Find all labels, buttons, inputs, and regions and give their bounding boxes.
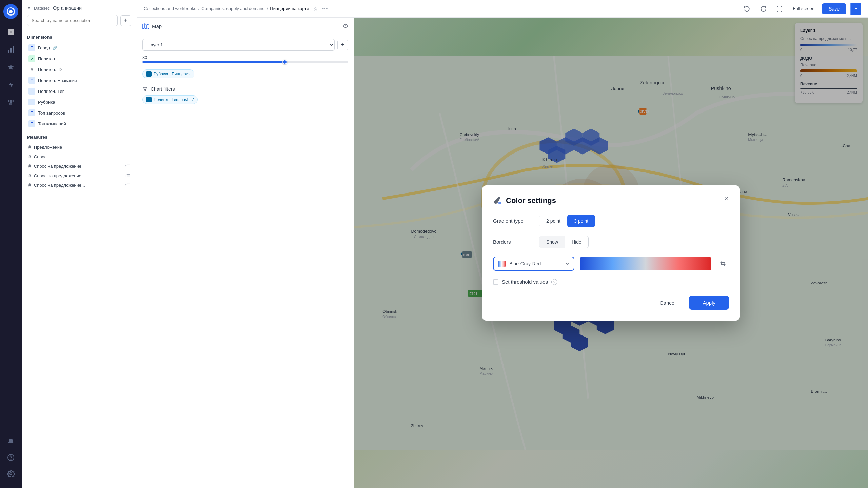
slider-thumb[interactable] bbox=[282, 60, 287, 64]
nav-icon-help[interactable] bbox=[3, 450, 18, 465]
measure-spros-na-predlozhenie-3[interactable]: # Спрос на предложение... f☰ bbox=[27, 180, 131, 190]
layer-select[interactable]: Layer 1 bbox=[142, 39, 335, 51]
threshold-checkbox[interactable] bbox=[493, 279, 498, 285]
measure-spros-na-predlozhenie-2[interactable]: # Спрос на предложение... f☰ bbox=[27, 171, 131, 180]
main-area: Collections and workbooks / Companies: s… bbox=[137, 0, 868, 488]
add-layer-button[interactable]: + bbox=[337, 40, 348, 50]
breadcrumb-current: Пиццерии на карте bbox=[270, 6, 309, 11]
undo-button[interactable] bbox=[741, 3, 753, 15]
threshold-help-icon[interactable]: ? bbox=[551, 279, 557, 285]
star-icon[interactable]: ☆ bbox=[313, 5, 318, 12]
nav-icon-lightning[interactable] bbox=[3, 77, 18, 92]
svg-rect-2 bbox=[8, 29, 11, 32]
search-input[interactable] bbox=[27, 15, 118, 26]
dim-icon-text: T bbox=[28, 120, 35, 127]
app-logo[interactable] bbox=[3, 4, 18, 19]
top-bar: Collections and workbooks / Companies: s… bbox=[137, 0, 868, 18]
measure-label: Спрос на предложение bbox=[34, 164, 81, 169]
chart-panel-header: Map ⚙ bbox=[137, 18, 354, 35]
slider-track[interactable] bbox=[142, 61, 348, 63]
breadcrumb-sep2: / bbox=[267, 6, 268, 11]
breadcrumb-part2[interactable]: Companies: supply and demand bbox=[201, 6, 264, 11]
chip-icon: T bbox=[146, 97, 152, 102]
sidebar-header: ▼ Dataset: Организации + bbox=[22, 0, 137, 29]
nav-icon-chart[interactable] bbox=[3, 42, 18, 57]
add-field-button[interactable]: + bbox=[120, 15, 131, 26]
svg-point-9 bbox=[8, 100, 11, 102]
btn-2point[interactable]: 2 point bbox=[539, 215, 567, 227]
chart-settings-icon[interactable]: ⚙ bbox=[343, 22, 348, 30]
svg-point-1 bbox=[9, 10, 13, 13]
slider-fill bbox=[142, 61, 287, 63]
btn-hide[interactable]: Hide bbox=[565, 236, 588, 248]
slider-value: 80 bbox=[142, 55, 348, 60]
chip-label: Полигон. Тип: hash_7 bbox=[154, 97, 194, 102]
breadcrumb-part1[interactable]: Collections and workbooks bbox=[144, 6, 196, 11]
svg-point-17 bbox=[10, 473, 12, 475]
measure-hash-icon: # bbox=[28, 182, 31, 188]
chart-filters-title: Chart filters bbox=[142, 86, 348, 92]
dim-item-polygon-id[interactable]: # Полигон. ID bbox=[27, 64, 131, 75]
dim-item-polygon-type[interactable]: T Полигон. Тип bbox=[27, 86, 131, 97]
dim-label: Полигон. ID bbox=[38, 67, 62, 72]
nav-icon-bell[interactable] bbox=[3, 434, 18, 449]
svg-rect-7 bbox=[10, 48, 12, 53]
more-options-icon[interactable]: ••• bbox=[322, 6, 328, 12]
dim-icon-text: T bbox=[28, 44, 35, 51]
save-dropdown-button[interactable] bbox=[850, 3, 861, 15]
save-button[interactable]: Save bbox=[822, 3, 846, 14]
gradient-type-selector: 2 point 3 point bbox=[539, 215, 595, 227]
dim-icon-check: ✓ bbox=[28, 55, 35, 62]
measure-label: Спрос на предложение... bbox=[34, 173, 85, 178]
dim-item-rubrika[interactable]: T Рубрика bbox=[27, 97, 131, 107]
expand-button[interactable] bbox=[773, 3, 786, 15]
dim-icon-text: T bbox=[28, 99, 35, 105]
measure-fx-icon: f☰ bbox=[125, 164, 130, 168]
gradient-select[interactable]: Blue-Gray-Red bbox=[493, 257, 574, 271]
redo-button[interactable] bbox=[757, 3, 769, 15]
left-nav bbox=[0, 0, 22, 488]
modal-footer: Cancel Apply bbox=[493, 296, 729, 310]
swap-gradient-button[interactable] bbox=[717, 258, 729, 270]
measure-spros-na-predlozhenie[interactable]: # Спрос на предложение f☰ bbox=[27, 161, 131, 171]
dataset-label: Dataset: bbox=[34, 6, 50, 11]
dim-item-polygon[interactable]: ✓ Полигон bbox=[27, 53, 131, 64]
measure-spros[interactable]: # Спрос bbox=[27, 152, 131, 161]
borders-row: Borders Show Hide bbox=[493, 236, 729, 248]
top-actions: Full screen Save bbox=[741, 3, 862, 15]
fullscreen-button[interactable]: Full screen bbox=[790, 4, 818, 13]
chart-filters-section: Chart filters T Полигон. Тип: hash_7 bbox=[142, 86, 348, 107]
dim-item-polygon-name[interactable]: T Полигон. Название bbox=[27, 75, 131, 86]
filter-chip-polygon[interactable]: T Полигон. Тип: hash_7 bbox=[142, 95, 198, 104]
dataset-row: ▼ Dataset: Организации bbox=[27, 5, 131, 11]
dim-item-top-requests[interactable]: T Топ запросов bbox=[27, 107, 131, 118]
measure-predlozhenie[interactable]: # Предложение bbox=[27, 142, 131, 152]
nav-icon-settings[interactable] bbox=[3, 466, 18, 481]
measure-fx-icon: f☰ bbox=[125, 183, 130, 187]
chip-icon: T bbox=[146, 71, 152, 77]
dim-label: Полигон. Название bbox=[38, 78, 77, 83]
modal-overlay: Color settings × Gradient type 2 point 3… bbox=[354, 18, 868, 488]
dim-item-top-companies[interactable]: T Топ компаний bbox=[27, 118, 131, 129]
chart-panel-content: Layer 1 + 80 T Рубрик bbox=[137, 35, 354, 488]
nav-icon-star[interactable] bbox=[3, 60, 18, 75]
apply-button[interactable]: Apply bbox=[689, 296, 729, 310]
nav-icon-grid[interactable] bbox=[3, 24, 18, 39]
btn-3point[interactable]: 3 point bbox=[567, 215, 595, 227]
search-row: + bbox=[27, 15, 131, 26]
chip-label: Рубрика: Пиццерия bbox=[154, 72, 191, 76]
svg-rect-3 bbox=[11, 29, 14, 32]
btn-show[interactable]: Show bbox=[539, 236, 565, 248]
modal-title: Color settings bbox=[506, 196, 556, 205]
threshold-label: Set threshold values bbox=[502, 279, 548, 285]
measure-hash-icon: # bbox=[28, 144, 31, 150]
measures-title: Measures bbox=[27, 135, 131, 140]
modal-close-button[interactable]: × bbox=[721, 194, 732, 204]
cancel-button[interactable]: Cancel bbox=[650, 296, 685, 310]
dim-label: Рубрика bbox=[38, 100, 55, 105]
measure-hash-icon: # bbox=[28, 154, 31, 159]
dim-item-gorod[interactable]: T Город 🔗 bbox=[27, 42, 131, 53]
nav-icon-links[interactable] bbox=[3, 95, 18, 110]
filter-chip-rubrika[interactable]: T Рубрика: Пиццерия bbox=[142, 69, 194, 78]
bottom-nav bbox=[3, 434, 18, 484]
